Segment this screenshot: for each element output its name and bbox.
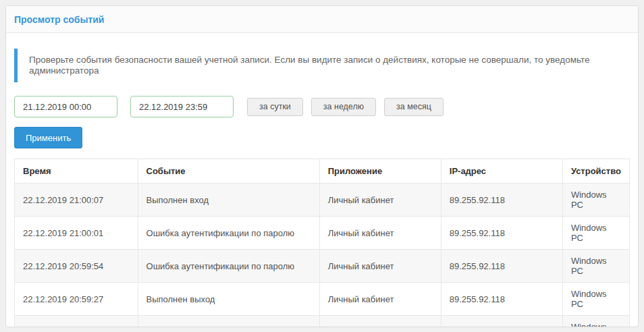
cell-device: Windows PC — [562, 217, 629, 250]
range-month-button[interactable]: за месяц — [384, 98, 444, 116]
cell-ip: 89.255.92.118 — [441, 184, 562, 217]
range-week-button[interactable]: за неделю — [311, 98, 376, 116]
events-table: Время Событие Приложение IP-адрес Устрой… — [14, 159, 630, 327]
cell-ip: 89.255.92.118 — [441, 316, 562, 328]
cell-device: Windows PC — [562, 283, 629, 316]
filter-row: за сутки за неделю за месяц — [14, 96, 630, 117]
date-from-input[interactable] — [14, 96, 117, 117]
cell-device: Windows PC — [562, 250, 629, 283]
column-header-device: Устройство — [562, 159, 629, 184]
security-notice-text: Проверьте события безопасности вашей уче… — [29, 55, 590, 76]
cell-event: Ошибка аутентификации по паролю — [138, 217, 319, 250]
panel-header: Просмотр событий — [6, 6, 638, 33]
cell-application: Личный кабинет — [319, 217, 441, 250]
cell-application: Личный кабинет — [319, 316, 441, 328]
column-header-application: Приложение — [319, 159, 441, 184]
cell-application: Личный кабинет — [319, 283, 441, 316]
apply-button[interactable]: Применить — [14, 127, 82, 148]
cell-device: Windows PC — [562, 316, 629, 328]
column-header-event: Событие — [138, 159, 319, 184]
cell-application: Личный кабинет — [319, 184, 441, 217]
cell-time: 22.12.2019 21:00:07 — [15, 184, 138, 217]
date-to-input[interactable] — [130, 96, 234, 117]
cell-ip: 89.255.92.118 — [441, 217, 562, 250]
column-header-ip: IP-адрес — [441, 159, 562, 184]
cell-time: 22.12.2019 20:55:14 — [15, 316, 138, 328]
security-notice: Проверьте события безопасности вашей уче… — [14, 49, 630, 82]
cell-event: Выполнен выход — [138, 283, 319, 316]
cell-time: 22.12.2019 20:59:27 — [15, 283, 138, 316]
cell-ip: 89.255.92.118 — [441, 250, 562, 283]
cell-ip: 89.255.92.118 — [441, 283, 562, 316]
events-table-container: Время Событие Приложение IP-адрес Устрой… — [14, 159, 630, 327]
events-panel: Просмотр событий Проверьте события безоп… — [5, 5, 639, 327]
range-day-button[interactable]: за сутки — [247, 98, 303, 116]
table-row: 22.12.2019 21:00:01 Ошибка аутентификаци… — [15, 217, 630, 250]
cell-application: Личный кабинет — [319, 250, 441, 283]
table-row: 22.12.2019 20:55:14 Выполнен вход Личный… — [15, 316, 630, 328]
table-row: 22.12.2019 21:00:07 Выполнен вход Личный… — [15, 184, 630, 217]
cell-time: 22.12.2019 20:59:54 — [15, 250, 138, 283]
cell-device: Windows PC — [562, 184, 629, 217]
table-row: 22.12.2019 20:59:54 Ошибка аутентификаци… — [15, 250, 630, 283]
page-title: Просмотр событий — [14, 14, 630, 25]
cell-time: 22.12.2019 21:00:01 — [15, 217, 138, 250]
table-header-row: Время Событие Приложение IP-адрес Устрой… — [15, 159, 630, 184]
cell-event: Выполнен вход — [138, 184, 319, 217]
panel-body: Проверьте события безопасности вашей уче… — [6, 49, 638, 327]
cell-event: Выполнен вход — [138, 316, 319, 328]
cell-event: Ошибка аутентификации по паролю — [138, 250, 319, 283]
table-row: 22.12.2019 20:59:27 Выполнен выход Личны… — [15, 283, 630, 316]
column-header-time: Время — [15, 159, 138, 184]
